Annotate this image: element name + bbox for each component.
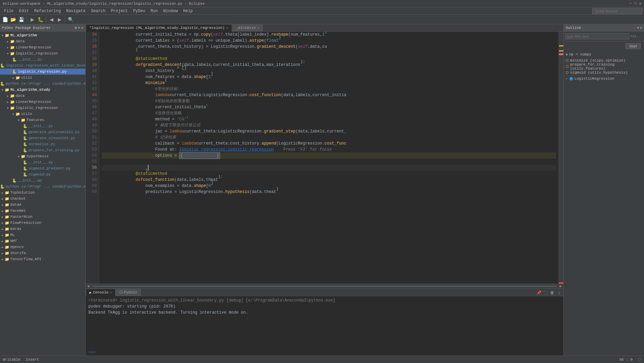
tree-item-flowprediction[interactable]: ▸ 📁 FlowPrediction [0, 220, 85, 226]
expand-icon: ▾ [1, 88, 4, 92]
tree-item-utils-1[interactable]: ▸ 📁 utils [0, 75, 85, 81]
open-btn[interactable]: 📂 [9, 16, 17, 23]
tree-item-keras[interactable]: ▸ 📁 Keras [0, 226, 85, 232]
tree-item-mlas-utils[interactable]: ▾ 📁 utils [0, 111, 85, 117]
code-content[interactable]: current_initial_theta = np.copy(self.the… [99, 32, 559, 284]
menu-run[interactable]: Run [148, 8, 161, 14]
tree-item-dataa[interactable]: ▸ 📁 DataA [0, 202, 85, 208]
console-input[interactable] [97, 350, 561, 355]
menu-search[interactable]: Search [88, 8, 108, 14]
status-icon-1: ⬡ [638, 357, 641, 362]
outline-start-btn[interactable]: Start [626, 43, 641, 49]
tree-item-mlas-linear[interactable]: ▸ 📁 LinearRegression [0, 99, 85, 105]
horizontal-scrollbar[interactable]: ◀ ▶ [86, 284, 563, 288]
scroll-right-btn[interactable]: ▶ [558, 284, 563, 289]
tree-item-data-1[interactable]: ▸ 📁 data [0, 38, 85, 44]
outline-close[interactable]: ✕ [640, 26, 642, 30]
tree-item-ml[interactable]: ▸ 📁 ML [0, 232, 85, 238]
new-btn[interactable]: 📄 [1, 16, 9, 23]
back-btn[interactable]: ◀ [48, 16, 55, 23]
line-39: 39 [86, 62, 97, 68]
right-scrollbar[interactable] [559, 32, 563, 284]
tree-item-gen-sin[interactable]: 🐍 generate_sinusoids.py [0, 135, 85, 141]
explorer-close[interactable]: ✕ [81, 26, 83, 30]
tree-item-features-init[interactable]: 🐍 __init__.py [0, 123, 85, 129]
expand-icon: ▸ [12, 76, 14, 80]
tree-item-prepare-training[interactable]: 🐍 prepare_for_training.py [0, 147, 85, 153]
menu-project[interactable]: Project [108, 8, 130, 14]
tree-item-hypothesis[interactable]: ▾ 📁 hypothesis [0, 153, 85, 159]
menu-edit[interactable]: Edit [16, 8, 32, 14]
console-clear-btn[interactable]: 🗑 [549, 290, 555, 296]
console-scroll-btn[interactable]: ↕ [556, 290, 562, 296]
tree-item-mlas[interactable]: ▾ 📁 ML_algorithm_study [0, 87, 85, 93]
console-content: <terminated> logistic_regression_with_li… [86, 296, 563, 350]
search-btn[interactable]: 🔍 [67, 16, 74, 23]
outline-item-logistic-class[interactable]: ▸ 🔷 LogisticRegression [564, 76, 644, 82]
outline-item-prepare-training[interactable]: ⬡ prepare_for_training (utils.features) [564, 64, 644, 70]
tree-item-linear-reg[interactable]: ▸ 📁 LinearRegression [0, 44, 85, 50]
outline-menu[interactable]: ▾ [637, 26, 639, 30]
tab-console-label: Console [93, 290, 109, 294]
tree-item-logistic-reg[interactable]: ▾ 📁 logistic_regression [0, 50, 85, 56]
tree-item-lr-with-linear[interactable]: 🐍 logistic_regression_with_linear_bounda… [0, 63, 85, 69]
tree-item-lr-py[interactable]: 🐍 logistic_regression.py [0, 69, 85, 75]
menu-refactoring[interactable]: Refactoring [32, 8, 64, 14]
explorer-menu[interactable]: ▾ [78, 26, 80, 30]
tree-item-shurifa[interactable]: ▸ 📁 shurifa [0, 250, 85, 256]
tree-item-ml-algorithm[interactable]: ▾ 📁 ML_algorithm [0, 32, 85, 38]
tree-item-mlas-data[interactable]: ▸ 📁 data [0, 93, 85, 99]
tree-item-hyp-init[interactable]: 🐍 __init__.py [0, 159, 85, 165]
tree-item-topsolution[interactable]: ▸ 📁 TopSolution [0, 190, 85, 196]
outline-item-numpy[interactable]: ■ np = numpy [564, 51, 644, 57]
tree-item-features[interactable]: ▾ 📁 features [0, 117, 85, 123]
tree-item-nmt[interactable]: ▸ 📁 NMT [0, 238, 85, 244]
tree-item-mlas-logistic[interactable]: ▾ 📁 logistic_regression [0, 105, 85, 111]
line-60: 60 [86, 189, 97, 195]
tree-item-tensorflow[interactable]: ▸ 📁 Tensorflow_API [0, 256, 85, 262]
tab-logistic-regression[interactable]: *logistic_regression (ML_algorithm_study… [86, 24, 232, 32]
tree-item-python-1[interactable]: 🐍 python (e:\Progr ... conda3\python.exe… [0, 81, 85, 87]
tab-close-1[interactable]: ✕ [226, 26, 228, 30]
menu-navigate[interactable]: Navigate [64, 8, 88, 14]
tree-item-chatbot[interactable]: ▸ 📁 chatbot [0, 196, 85, 202]
tree-item-sigmoid-grad[interactable]: 🐍 sigmoid_gradient.py [0, 165, 85, 171]
tab-pyunit-label: PyUnit [124, 290, 137, 294]
code-line-36: (current_theta,cost_history) = LogisticR… [102, 44, 556, 50]
maximize-btn[interactable]: □ [634, 1, 637, 6]
expand-icon: ▸ [7, 39, 9, 44]
console-stop-btn[interactable]: ⬛ [542, 290, 549, 296]
code-line-45: #初始化的权重参数 [102, 98, 556, 104]
console-tab-close[interactable]: ✕ [110, 290, 112, 294]
save-btn[interactable]: 💾 [17, 16, 25, 23]
tree-item-opencv[interactable]: ▸ 📁 Opencv [0, 244, 85, 250]
tree-item-gen-poly[interactable]: 🐍 generate_polynomials.py [0, 129, 85, 135]
console-pin-btn[interactable]: 📌 [536, 290, 542, 296]
menu-file[interactable]: File [1, 8, 16, 14]
code-line-56[interactable]: ) [102, 165, 556, 171]
tree-item-sigmoid[interactable]: 🐍 sigmoid.py [0, 171, 85, 177]
tab-minimize[interactable]: _minimize ✕ [232, 24, 263, 31]
tree-item-python-2[interactable]: 🐍 python (e:\Progr ... conda3\python.exe… [0, 184, 85, 190]
tree-item-facenet[interactable]: ▸ 📁 FaceNet [0, 208, 85, 214]
quick-access-input[interactable] [592, 8, 643, 14]
debug-btn[interactable]: 🐛 [37, 16, 44, 23]
tree-item-normalize[interactable]: 🐍 normalize.py [0, 141, 85, 147]
menu-help[interactable]: Help [180, 8, 196, 14]
tree-item-mlas-init[interactable]: 🐍 __init__.py [0, 177, 85, 184]
forward-btn[interactable]: ▶ [56, 16, 63, 23]
scroll-left-btn[interactable]: ◀ [86, 284, 91, 289]
menu-pydev[interactable]: PyDev [130, 8, 148, 14]
outline-filter-input[interactable] [565, 33, 629, 39]
tree-item-lr-init[interactable]: 🐍 __init__.py [0, 56, 85, 63]
tab-close-2[interactable]: ✕ [257, 26, 259, 30]
tab-pyunit[interactable]: ⬡ PyUnit [116, 288, 141, 296]
close-btn[interactable]: ✕ [639, 1, 641, 6]
tree-item-fasterrcnn[interactable]: ▸ 📁 FasterRcnn [0, 214, 85, 220]
menu-window[interactable]: Window [161, 8, 180, 14]
minimize-btn[interactable]: ─ [629, 1, 632, 6]
run-btn[interactable]: ▶ [29, 16, 36, 23]
tab-console[interactable]: ▶ Console ✕ [86, 289, 116, 296]
explorer-collapse[interactable]: ⊟ [75, 26, 77, 30]
tab-label-2: _minimize [236, 26, 256, 30]
